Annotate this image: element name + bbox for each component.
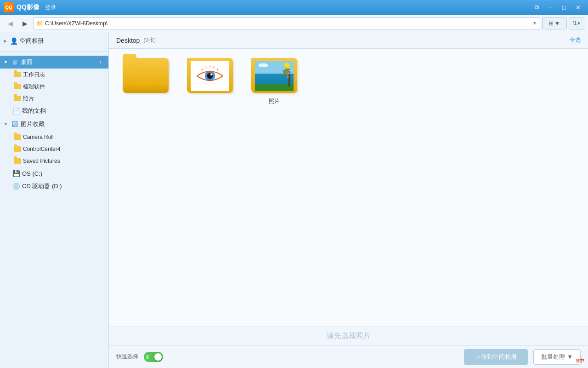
maximize-button[interactable]: □ [558,2,571,13]
sidebar-saved-pictures-label: Saved Pictures [23,158,60,164]
qq-logo-icon: QQ [4,2,14,12]
toolbar: ◀ ▶ 📁 ▼ ⊞ ▼ ⇅ ▼ [0,15,588,32]
album-icon: 👤 [10,37,18,45]
drive-icon: 💾 [12,169,20,178]
address-dropdown-icon[interactable]: ▼ [532,21,537,26]
brand-logo: S中 [576,357,584,364]
upload-icon: ↑ [99,59,102,65]
sidebar-item-photos[interactable]: 照片 [0,92,108,104]
eye-folder-content [191,61,229,91]
forward-button[interactable]: ▶ [18,17,31,29]
sidebar-item-mydocs[interactable]: 📄 我的文档 [0,104,108,117]
upload-small-button[interactable]: ↑ [96,58,105,67]
expand-icon: ▼ [4,122,8,126]
window-controls: ⧉ ─ □ ✕ [530,2,584,13]
folder-thumb-plain [123,58,169,95]
folder-item-eye[interactable]: — — — [182,58,237,105]
batch-dropdown-icon: ▼ [567,353,573,360]
select-all-button[interactable]: 全选 [570,36,581,44]
sidebar-item-worklog[interactable]: 工作日志 [0,69,108,80]
sidebar-album-section: ▶ 👤 空间相册 [0,32,108,50]
plain-folder-icon [123,58,169,93]
quick-select-toggle[interactable]: ||| [144,352,163,362]
minimize-button[interactable]: ─ [544,2,557,13]
brand-text: S中 [576,358,584,363]
folder-icon [14,134,21,140]
photo-scene: 🌴 [255,61,294,91]
back-button[interactable]: ◀ [4,17,17,29]
sidebar-divider [0,52,108,52]
restore-button[interactable]: ⧉ [530,2,543,13]
sidebar-item-album[interactable]: ▶ 👤 空间相册 [0,34,108,48]
toggle-knob [154,353,162,361]
folder-icon [14,84,21,89]
quick-select-label: 快速选择 [116,353,138,361]
sidebar-photos-label: 照片 [23,95,34,103]
folder-icon: 📁 [36,20,43,27]
sidebar-item-picture-collection[interactable]: ▼ 🖼 图片收藏 [0,117,108,131]
svg-line-5 [206,66,206,68]
toggle-text: ||| [146,355,149,359]
app-logo: QQ QQ影像 [4,2,40,12]
folder-label-3: 照片 [269,98,280,105]
upload-button[interactable]: 上传到空间相册 [464,349,528,365]
title-bar: QQ QQ影像 登录 ⧉ ─ □ ✕ [0,0,588,15]
content-header: Desktop (0张) 全选 [109,32,588,49]
sidebar-item-software[interactable]: 梳理软件 [0,80,108,92]
address-bar: 📁 ▼ [33,17,540,29]
sort-dropdown-icon: ▼ [577,21,581,26]
photo-folder-content: 🌴 [255,61,294,91]
hint-text: 请先选择照片 [327,331,371,341]
expand-icon: ▼ [4,60,8,64]
bottom-hint: 请先选择照片 [109,327,588,345]
desktop-icon: 🖥 [11,58,19,66]
folder-icon [14,96,21,101]
close-button[interactable]: ✕ [571,2,584,13]
sidebar-item-controlcenter4[interactable]: ControlCenter4 [0,143,108,155]
sidebar-collection-label: 图片收藏 [21,120,45,128]
content-grid: — — — [109,49,588,327]
picture-collection-icon: 🖼 [11,120,19,128]
main-layout: ▶ 👤 空间相册 ▼ 🖥 桌面 ↑ 工作日志 梳理 [0,32,588,368]
content-count: (0张) [143,36,156,44]
sidebar-worklog-label: 工作日志 [23,71,45,79]
folder-item-photo[interactable]: 🌴 照片 [247,58,302,105]
eye-folder-icon [187,58,233,93]
sidebar: ▶ 👤 空间相册 ▼ 🖥 桌面 ↑ 工作日志 梳理 [0,32,109,368]
bottom-bar: 请先选择照片 快速选择 ||| 上传到空间相册 批量处理 ▼ [109,327,588,368]
app-name: QQ影像 [17,3,40,12]
sidebar-files-section: ▼ 🖥 桌面 ↑ 工作日志 梳理软件 照片 [0,54,108,195]
cd-drive-icon: 💿 [12,182,20,190]
svg-point-3 [210,73,213,75]
bottom-actions: 快速选择 ||| 上传到空间相册 批量处理 ▼ [109,345,588,368]
batch-process-button[interactable]: 批量处理 ▼ [533,349,581,365]
sort-icon: ⇅ [572,20,577,27]
view-dropdown-icon: ▼ [554,20,560,27]
sidebar-software-label: 梳理软件 [23,83,45,91]
sort-button[interactable]: ⇅ ▼ [569,17,584,29]
sidebar-item-os-drive[interactable]: 💾 OS (C:) [0,167,108,180]
address-input[interactable] [45,20,531,27]
folder-icon [14,72,21,77]
folder-thumb-photo: 🌴 [251,58,297,95]
sidebar-controlcenter-label: ControlCenter4 [23,146,60,152]
sidebar-item-desktop[interactable]: ▼ 🖥 桌面 ↑ [0,56,108,69]
sidebar-cd-drive-label: CD 驱动器 (D:) [22,182,62,190]
folder-item-plain[interactable]: — — — [118,58,173,105]
batch-label: 批量处理 [541,353,565,361]
folder-thumb-eye [187,58,233,95]
document-icon: 📄 [12,107,20,115]
photo-folder-icon: 🌴 [251,58,297,93]
sidebar-item-saved-pictures[interactable]: Saved Pictures [0,155,108,167]
eye-svg [195,65,225,87]
view-toggle-button[interactable]: ⊞ ▼ [542,17,567,29]
svg-line-7 [214,66,214,68]
content-area: Desktop (0张) 全选 — — — [109,32,588,368]
sidebar-desktop-label: 桌面 [21,58,33,66]
sidebar-item-cd-drive[interactable]: 💿 CD 驱动器 (D:) [0,180,108,193]
folder-icon [14,158,21,164]
sidebar-item-camera-roll[interactable]: Camera Roll [0,131,108,143]
login-button[interactable]: 登录 [45,4,56,12]
grid-icon: ⊞ [549,20,554,27]
sidebar-camera-roll-label: Camera Roll [23,134,54,140]
